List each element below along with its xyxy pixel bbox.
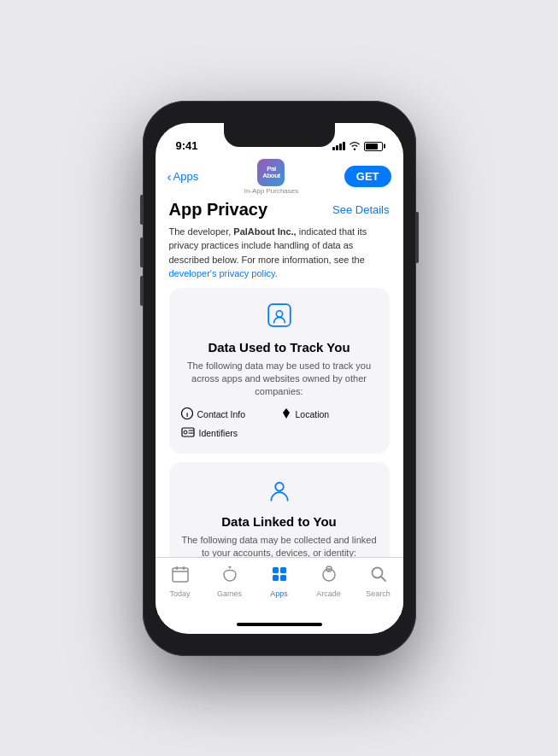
track-card-desc: The following data may be used to track … [181, 360, 378, 399]
developer-name: PalAbout Inc., [233, 226, 296, 237]
tab-today[interactable]: Today [156, 565, 205, 598]
arcade-tab-icon [320, 565, 338, 588]
home-bar [237, 623, 322, 626]
chevron-left-icon: ‹ [167, 169, 172, 184]
screen: 9:41 [156, 123, 403, 634]
list-item: Location [281, 407, 378, 422]
content-area: App Privacy See Details The developer, P… [156, 200, 403, 557]
tab-today-label: Today [169, 589, 190, 598]
wifi-icon [349, 141, 361, 152]
location-icon [281, 407, 291, 422]
app-subtitle: In-App Purchases [244, 187, 299, 195]
linked-to-you-card: Data Linked to You The following data ma… [169, 462, 390, 557]
info-icon: i [181, 407, 193, 422]
privacy-description: The developer, PalAbout Inc., indicated … [169, 225, 390, 281]
svg-rect-22 [273, 575, 279, 581]
volume-down-button [140, 276, 143, 306]
today-tab-icon [171, 565, 190, 588]
linked-card-desc: The following data may be collected and … [181, 534, 378, 557]
privacy-policy-link[interactable]: developer's privacy policy. [169, 268, 278, 278]
nav-center: PalAbout In-App Purchases [205, 159, 338, 195]
svg-point-5 [184, 431, 187, 434]
tab-bar: Today Games Apps [156, 557, 403, 615]
item-label: Contact Info [197, 409, 246, 419]
home-indicator [156, 615, 403, 634]
item-label: Location [296, 409, 330, 419]
track-you-card: Data Used to Track You The following dat… [169, 288, 390, 454]
battery-icon [364, 142, 383, 151]
svg-rect-0 [268, 304, 291, 326]
svg-line-30 [381, 577, 385, 581]
svg-rect-25 [280, 567, 286, 573]
svg-point-8 [275, 483, 284, 491]
linked-card-title: Data Linked to You [181, 514, 378, 529]
privacy-header: App Privacy See Details [169, 200, 390, 220]
linked-icon [181, 476, 378, 509]
id-icon [181, 427, 195, 440]
volume-up-button [140, 237, 143, 267]
svg-point-1 [276, 310, 282, 316]
tab-apps[interactable]: Apps [255, 565, 304, 598]
svg-rect-20 [176, 566, 178, 570]
tab-games-label: Games [217, 589, 242, 598]
tab-search[interactable]: Search [354, 565, 403, 598]
signal-icon [332, 142, 345, 150]
svg-rect-23 [280, 575, 286, 581]
tab-arcade-label: Arcade [316, 589, 341, 598]
back-button[interactable]: ‹ Apps [167, 169, 199, 184]
svg-text:i: i [185, 410, 187, 418]
tab-games[interactable]: Games [205, 565, 255, 598]
tracking-icon [181, 302, 378, 335]
navigation-bar: ‹ Apps PalAbout In-App Purchases GET [156, 155, 403, 200]
back-label: Apps [173, 170, 199, 183]
svg-rect-21 [183, 566, 185, 570]
get-button[interactable]: GET [344, 166, 391, 187]
status-icons [332, 141, 383, 152]
track-card-title: Data Used to Track You [181, 340, 378, 355]
svg-rect-24 [273, 567, 279, 573]
games-tab-icon [220, 565, 239, 588]
notch [224, 123, 335, 147]
list-item: i Contact Info [181, 407, 278, 422]
phone-frame: 9:41 [143, 101, 416, 656]
list-item: Identifiers [181, 427, 278, 440]
see-details-link[interactable]: See Details [332, 203, 389, 216]
tab-search-label: Search [366, 589, 391, 598]
svg-rect-18 [173, 568, 188, 582]
search-tab-icon [369, 565, 388, 588]
tab-arcade[interactable]: Arcade [304, 565, 354, 598]
track-items-list: i Contact Info Location I [181, 407, 378, 440]
item-label: Identifiers [199, 428, 238, 438]
privacy-title: App Privacy [169, 200, 268, 220]
apps-tab-icon [270, 565, 289, 588]
status-time: 9:41 [176, 139, 198, 152]
app-icon: PalAbout [257, 159, 285, 186]
tab-apps-label: Apps [270, 589, 288, 598]
